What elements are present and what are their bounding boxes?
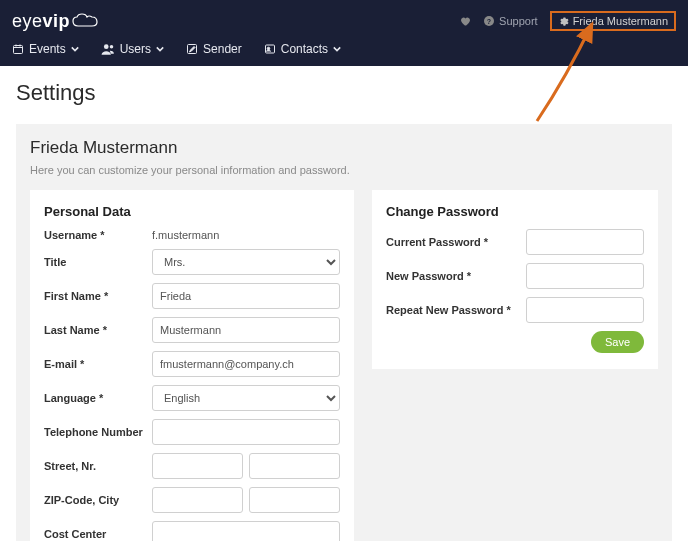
current-password-input[interactable]: [526, 229, 644, 255]
language-label: Language *: [44, 392, 152, 404]
telephone-input[interactable]: [152, 419, 340, 445]
user-menu[interactable]: Frieda Mustermann: [550, 11, 676, 31]
cloud-icon: [72, 13, 98, 29]
city-input[interactable]: [249, 487, 340, 513]
favorites-link[interactable]: [459, 15, 471, 27]
username-label: Username *: [44, 229, 152, 241]
logo-text: eyevip: [12, 11, 70, 32]
user-name: Frieda Mustermann: [573, 15, 668, 27]
title-select[interactable]: Mrs.: [152, 249, 340, 275]
question-icon: ?: [483, 15, 495, 27]
nav-users[interactable]: Users: [101, 42, 164, 56]
svg-text:?: ?: [487, 18, 491, 25]
personal-data-panel: Personal Data Username * f.mustermann Ti…: [30, 190, 354, 541]
costcenter-label: Cost Center: [44, 528, 152, 540]
support-link[interactable]: ? Support: [483, 15, 538, 27]
street-input[interactable]: [152, 453, 243, 479]
svg-point-6: [104, 44, 109, 49]
nav: Events Users Sender Contacts: [12, 36, 676, 66]
chevron-down-icon: [71, 45, 79, 53]
nav-sender[interactable]: Sender: [186, 42, 242, 56]
lastname-label: Last Name *: [44, 324, 152, 336]
zip-label: ZIP-Code, City: [44, 494, 152, 506]
street-label: Street, Nr.: [44, 460, 152, 472]
heart-icon: [459, 15, 471, 27]
calendar-icon: [12, 43, 24, 55]
chevron-down-icon: [333, 45, 341, 53]
page-hint: Here you can customize your personal inf…: [30, 164, 658, 176]
svg-point-10: [267, 47, 270, 50]
zip-input[interactable]: [152, 487, 243, 513]
password-heading: Change Password: [386, 204, 644, 219]
nav-label: Sender: [203, 42, 242, 56]
topbar: eyevip ? Support Frieda Mustermann Event…: [0, 0, 688, 66]
support-label: Support: [499, 15, 538, 27]
chevron-down-icon: [156, 45, 164, 53]
nav-events[interactable]: Events: [12, 42, 79, 56]
new-password-label: New Password *: [386, 270, 526, 282]
edit-icon: [186, 43, 198, 55]
costcenter-input[interactable]: [152, 521, 340, 541]
firstname-input[interactable]: [152, 283, 340, 309]
personal-heading: Personal Data: [44, 204, 340, 219]
nav-label: Users: [120, 42, 151, 56]
settings-container: Frieda Mustermann Here you can customize…: [16, 124, 672, 541]
telephone-label: Telephone Number: [44, 426, 152, 438]
nav-contacts[interactable]: Contacts: [264, 42, 341, 56]
page-title: Settings: [16, 80, 672, 106]
svg-point-7: [109, 45, 113, 49]
repeat-password-input[interactable]: [526, 297, 644, 323]
language-select[interactable]: English: [152, 385, 340, 411]
nav-label: Events: [29, 42, 66, 56]
save-password-button[interactable]: Save: [591, 331, 644, 353]
profile-name: Frieda Mustermann: [30, 138, 658, 158]
change-password-panel: Change Password Current Password * New P…: [372, 190, 658, 369]
title-label: Title: [44, 256, 152, 268]
contact-icon: [264, 43, 276, 55]
firstname-label: First Name *: [44, 290, 152, 302]
street-nr-input[interactable]: [249, 453, 340, 479]
nav-label: Contacts: [281, 42, 328, 56]
new-password-input[interactable]: [526, 263, 644, 289]
users-icon: [101, 43, 115, 55]
logo[interactable]: eyevip: [12, 11, 98, 32]
lastname-input[interactable]: [152, 317, 340, 343]
username-value: f.mustermann: [152, 229, 340, 241]
svg-rect-2: [14, 46, 23, 54]
gear-icon: [558, 16, 569, 27]
repeat-password-label: Repeat New Password *: [386, 304, 526, 316]
email-input[interactable]: [152, 351, 340, 377]
current-password-label: Current Password *: [386, 236, 526, 248]
email-label: E-mail *: [44, 358, 152, 370]
